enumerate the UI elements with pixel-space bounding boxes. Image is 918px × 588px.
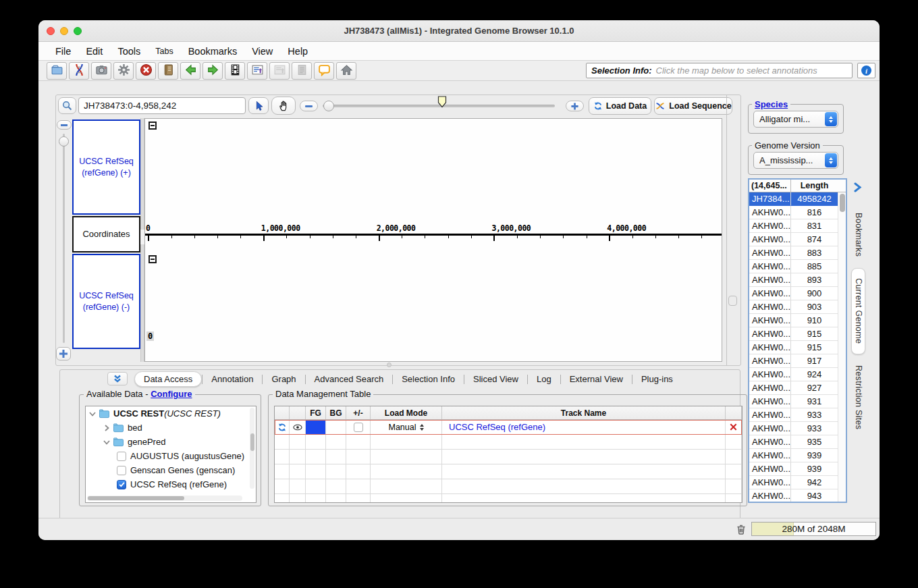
dataset-checkbox[interactable]: [117, 466, 126, 475]
seq-row[interactable]: AKHW0...927: [749, 381, 846, 395]
length-column-header[interactable]: Length: [791, 180, 838, 192]
seq-row[interactable]: AKHW0...831: [749, 219, 846, 233]
vertical-zoom-slider[interactable]: [63, 134, 65, 343]
tab-data-access[interactable]: Data Access: [134, 371, 202, 387]
fg-color-swatch[interactable]: [306, 420, 326, 435]
tab-sliced-view[interactable]: Sliced View: [464, 372, 527, 386]
menu-edit[interactable]: Edit: [78, 46, 110, 57]
tab-selection-info[interactable]: Selection Info: [393, 372, 464, 386]
tree-item-genscan-genes-genscan[interactable]: Genscan Genes (genscan): [86, 463, 256, 477]
chevron-down-icon[interactable]: [103, 438, 111, 446]
open-file-button[interactable]: [47, 62, 67, 80]
seq-row[interactable]: AKHW0...939: [749, 449, 846, 462]
selection-info-details-button[interactable]: i: [857, 63, 875, 78]
home-button[interactable]: [336, 62, 356, 80]
refresh-track-icon[interactable]: [275, 420, 290, 435]
menu-bookmarks[interactable]: Bookmarks: [181, 46, 245, 57]
collapse-track-icon[interactable]: [148, 255, 157, 263]
forward-button[interactable]: [202, 62, 223, 80]
seq-row[interactable]: AKHW0...915: [749, 327, 846, 341]
zoom-slider-thumb[interactable]: [323, 101, 334, 111]
seq-row[interactable]: AKHW0...942: [749, 476, 846, 489]
track-name-cell[interactable]: UCSC RefSeq (refGene): [442, 420, 726, 435]
minimize-tab-panel-button[interactable]: [107, 372, 128, 385]
side-tab-bookmarks[interactable]: Bookmarks: [851, 203, 865, 267]
menu-view[interactable]: View: [244, 46, 280, 57]
vertical-zoom-in-button[interactable]: [56, 347, 71, 360]
tree-horizontal-scrollbar[interactable]: [87, 496, 242, 501]
seq-row[interactable]: AKHW0...917: [749, 354, 846, 368]
snapshot-button[interactable]: [91, 62, 111, 80]
zoom-stripe-marker[interactable]: [437, 96, 447, 111]
seq-row[interactable]: AKHW0...885: [749, 260, 846, 273]
tab-log[interactable]: Log: [528, 372, 560, 386]
tree-item-augustus-augustusgene[interactable]: AUGUSTUS (augustusGene): [86, 449, 256, 463]
dataset-checkbox[interactable]: [117, 452, 126, 461]
right-splitter-handle[interactable]: [728, 296, 737, 306]
track-label-refseq-minus[interactable]: UCSC RefSeq (refGene) (-): [72, 254, 140, 349]
seq-row[interactable]: JH7384...4958242: [749, 192, 846, 206]
seq-row[interactable]: AKHW0...900: [749, 287, 846, 300]
species-title[interactable]: Species: [752, 99, 790, 109]
zoom-in-button[interactable]: [566, 101, 584, 111]
tree-item-genepred[interactable]: genePred: [86, 435, 256, 449]
seq-row[interactable]: AKHW0...874: [749, 233, 846, 246]
load-sequence-button[interactable]: Load Sequence: [654, 97, 732, 115]
delete-track-icon[interactable]: [726, 420, 742, 435]
sequence-table-scrollbar[interactable]: [838, 192, 846, 502]
configure-link[interactable]: Configure: [151, 389, 192, 399]
seq-row[interactable]: AKHW0...943: [749, 489, 846, 503]
track-label-refseq-plus[interactable]: UCSC RefSeq (refGene) (+): [72, 119, 140, 215]
seq-row[interactable]: AKHW0...893: [749, 273, 846, 287]
tab-annotation[interactable]: Annotation: [202, 372, 262, 386]
seq-row[interactable]: AKHW0...924: [749, 368, 846, 381]
side-tab-current-genome[interactable]: Current Genome: [851, 268, 865, 354]
seq-row[interactable]: AKHW0...933: [749, 422, 846, 435]
search-button[interactable]: [58, 97, 76, 114]
bottom-splitter-handle[interactable]: [387, 363, 392, 367]
tab-graph[interactable]: Graph: [263, 372, 304, 386]
tree-item-ucsc-rest[interactable]: UCSC REST (UCSC REST): [86, 406, 256, 421]
preferences-button[interactable]: [113, 62, 134, 80]
species-select[interactable]: Alligator mi...: [753, 111, 838, 128]
garbage-collect-button[interactable]: [735, 523, 747, 535]
seq-row[interactable]: AKHW0...883: [749, 246, 846, 260]
bg-color-swatch[interactable]: [326, 420, 346, 435]
genome-version-select[interactable]: A_mississip...: [753, 152, 838, 169]
seq-row[interactable]: AKHW0...935: [749, 435, 846, 449]
seq-row[interactable]: AKHW0...816: [749, 206, 846, 219]
menu-tabs[interactable]: Tabs: [148, 47, 180, 56]
movie-button[interactable]: [225, 62, 245, 80]
visibility-eye-icon[interactable]: [290, 420, 306, 435]
dataset-checkbox[interactable]: [117, 480, 126, 489]
tree-item-bed[interactable]: bed: [86, 421, 256, 435]
load-mode-select[interactable]: Manual: [371, 420, 442, 435]
seq-row[interactable]: AKHW0...903: [749, 300, 846, 314]
load-data-button[interactable]: Load Data: [589, 97, 651, 115]
dna-button[interactable]: [69, 62, 89, 80]
seq-row[interactable]: AKHW0...915: [749, 341, 846, 354]
select-tool-button[interactable]: [248, 97, 269, 114]
position-input[interactable]: JH738473:0-4,958,242: [78, 97, 246, 114]
strand-checkbox[interactable]: [346, 420, 371, 435]
seq-row[interactable]: AKHW0...931: [749, 395, 846, 408]
export-disabled-button[interactable]: [269, 62, 290, 80]
vertical-zoom-out-button[interactable]: [57, 120, 72, 130]
pan-tool-button[interactable]: [271, 97, 296, 115]
stop-button[interactable]: [136, 62, 156, 80]
print-disabled-button[interactable]: [292, 62, 312, 80]
menu-file[interactable]: File: [48, 46, 78, 57]
feedback-button[interactable]: [314, 62, 334, 80]
memory-meter[interactable]: 280M of 2048M: [751, 522, 876, 536]
seq-row[interactable]: AKHW0...933: [749, 408, 846, 422]
chevron-down-icon[interactable]: [88, 410, 97, 418]
side-tab-restriction-sites[interactable]: Restriction Sites: [851, 356, 865, 439]
tab-plug-ins[interactable]: Plug-ins: [632, 372, 682, 386]
menu-tools[interactable]: Tools: [110, 46, 148, 57]
seq-column-header[interactable]: (14,645...: [749, 180, 791, 192]
seq-row[interactable]: AKHW0...939: [749, 462, 846, 476]
tab-external-view[interactable]: External View: [561, 372, 632, 386]
zoom-out-button[interactable]: [300, 101, 318, 111]
scripts-button[interactable]: [158, 62, 178, 80]
chevron-right-icon[interactable]: [103, 424, 111, 432]
